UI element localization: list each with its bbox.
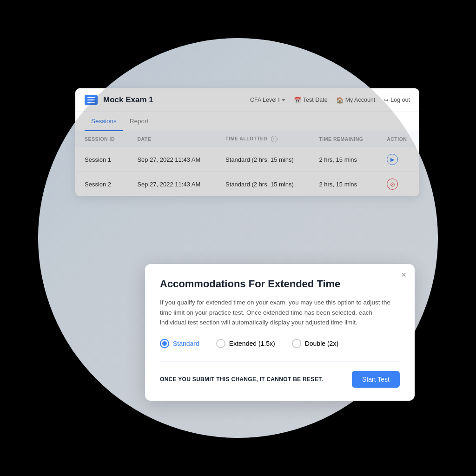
tab-sessions[interactable]: Sessions <box>85 112 123 131</box>
level-label: CFA Level I <box>250 97 280 103</box>
warning-text: ONCE YOU SUBMIT THIS CHANGE, IT CANNOT B… <box>160 376 323 383</box>
level-selector[interactable]: CFA Level I <box>250 97 285 103</box>
col-time-remaining: TIME REMAINING <box>310 131 377 147</box>
col-date: DATE <box>128 131 216 147</box>
logout-nav[interactable]: ↪ Log out <box>383 97 410 104</box>
my-account-label: My Account <box>345 97 376 103</box>
logout-label: Log out <box>390 97 410 103</box>
radio-standard[interactable] <box>160 339 169 348</box>
table-row: Session 1 Sep 27, 2022 11:43 AM Standard… <box>75 147 419 172</box>
modal-title: Accommodations For Extended Time <box>160 278 400 290</box>
time-allotted-2: Standard (2 hrs, 15 mins) <box>216 172 310 197</box>
start-test-button[interactable]: Start Test <box>352 371 400 388</box>
test-date-nav[interactable]: 📅 Test Date <box>294 97 328 104</box>
radio-extended[interactable] <box>216 339 225 348</box>
header-nav: CFA Level I 📅 Test Date 🏠 My Account ↪ L… <box>250 97 410 104</box>
info-icon[interactable]: i <box>271 136 278 142</box>
time-remaining-2: 2 hrs, 15 mins <box>310 172 377 197</box>
option-double[interactable]: Double (2x) <box>292 339 338 348</box>
option-standard[interactable]: Standard <box>160 339 199 348</box>
test-date-label: Test Date <box>303 97 328 103</box>
time-remaining-1: 2 hrs, 15 mins <box>310 147 377 172</box>
label-double: Double (2x) <box>305 340 338 347</box>
app-card: Mock Exam 1 CFA Level I 📅 Test Date 🏠 My… <box>75 88 419 196</box>
account-icon: 🏠 <box>336 97 344 104</box>
app-title: Mock Exam 1 <box>103 95 250 105</box>
col-session-id: SESSION ID <box>75 131 128 147</box>
table-row: Session 2 Sep 27, 2022 11:43 AM Standard… <box>75 172 419 197</box>
menu-button[interactable] <box>85 95 98 105</box>
modal-close-button[interactable]: × <box>401 271 406 279</box>
table-header-row: SESSION ID DATE TIME ALLOTTED i TIME REM… <box>75 131 419 147</box>
col-time-allotted: TIME ALLOTTED i <box>216 131 310 147</box>
radio-double[interactable] <box>292 339 301 348</box>
action-1: ▶ <box>377 147 419 172</box>
logout-icon: ↪ <box>383 97 389 104</box>
app-header: Mock Exam 1 CFA Level I 📅 Test Date 🏠 My… <box>75 88 419 112</box>
tab-report[interactable]: Report <box>123 112 155 131</box>
sessions-table-container: SESSION ID DATE TIME ALLOTTED i TIME REM… <box>75 131 419 196</box>
session-id-2: Session 2 <box>75 172 128 197</box>
label-extended: Extended (1.5x) <box>229 340 275 347</box>
modal-body: If you qualify for extended time on your… <box>160 298 400 328</box>
action-2: ⊘ <box>377 172 419 197</box>
time-allotted-1: Standard (2 hrs, 15 mins) <box>216 147 310 172</box>
modal-footer: ONCE YOU SUBMIT THIS CHANGE, IT CANNOT B… <box>160 361 400 388</box>
chevron-down-icon <box>282 99 285 101</box>
date-2: Sep 27, 2022 11:43 AM <box>128 172 216 197</box>
accommodations-modal: × Accommodations For Extended Time If yo… <box>145 264 415 401</box>
calendar-icon: 📅 <box>294 97 301 104</box>
tabs-container: Sessions Report <box>75 112 419 131</box>
label-standard: Standard <box>173 340 199 347</box>
col-action: ACTION <box>377 131 419 147</box>
session-id-1: Session 1 <box>75 147 128 172</box>
option-extended[interactable]: Extended (1.5x) <box>216 339 275 348</box>
sessions-table: SESSION ID DATE TIME ALLOTTED i TIME REM… <box>75 131 419 196</box>
time-option-group: Standard Extended (1.5x) Double (2x) <box>160 339 400 348</box>
play-button-1[interactable]: ▶ <box>387 154 398 165</box>
ban-button-2[interactable]: ⊘ <box>387 178 398 190</box>
date-1: Sep 27, 2022 11:43 AM <box>128 147 216 172</box>
my-account-nav[interactable]: 🏠 My Account <box>336 97 376 104</box>
